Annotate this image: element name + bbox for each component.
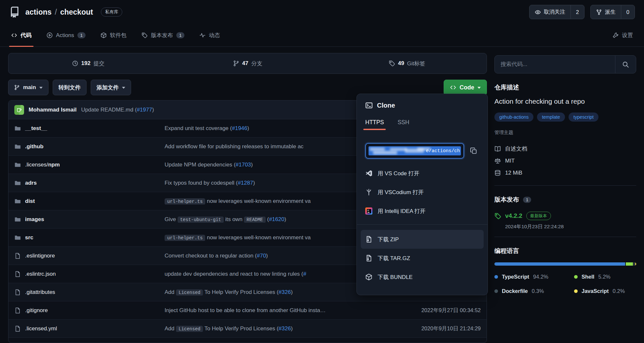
menu-item-用 VS Code 打开[interactable]: 用 VS Code 打开	[361, 164, 484, 183]
topic-template[interactable]: template	[537, 112, 565, 122]
latest-release-badge: 最新版本	[526, 212, 551, 220]
tab-https[interactable]: HTTPS	[365, 119, 384, 130]
pr-link[interactable]: #1620	[269, 216, 284, 222]
pr-link[interactable]: #1703	[235, 162, 251, 168]
commit-pr-link[interactable]: #1977	[137, 107, 152, 113]
tab-软件包[interactable]: 软件包	[99, 24, 128, 46]
topic-github-actions[interactable]: github-actions	[494, 112, 533, 122]
file-icon	[14, 325, 21, 332]
manage-topics-link[interactable]: 管理主题	[494, 129, 636, 136]
menu-item-下载 ZIP[interactable]: 下载 ZIP	[361, 230, 484, 249]
tab-Actions[interactable]: Actions1	[45, 24, 87, 46]
tag-icon	[389, 60, 395, 67]
unwatch-button[interactable]: 取消关注	[530, 5, 570, 19]
avatar[interactable]	[14, 105, 24, 115]
file-name[interactable]: .eslintrc.json	[14, 271, 165, 277]
forks-count[interactable]: 0	[621, 5, 635, 19]
vscodium-icon	[365, 189, 372, 196]
lang-legend-TypeScript[interactable]: TypeScript94.2%	[494, 270, 574, 284]
file-toolbar: main 转到文件 添加文件 Code	[8, 80, 487, 95]
stat-分支[interactable]: 47分支	[168, 53, 327, 73]
language-bar[interactable]	[494, 262, 636, 266]
tab-版本发布[interactable]: 版本发布1	[140, 24, 186, 46]
lang-dot	[574, 289, 578, 293]
file-name[interactable]: .licensed.yml	[14, 325, 165, 332]
repo-name-link[interactable]: checkout	[60, 8, 93, 17]
pr-link[interactable]: #70	[257, 253, 266, 259]
search-button[interactable]	[615, 56, 636, 73]
branch-selector[interactable]: main	[8, 80, 48, 95]
lang-segment-JavaScript	[635, 262, 636, 266]
code-button[interactable]: Code	[444, 80, 487, 95]
clone-url-tail: e/actions/ch	[426, 148, 461, 153]
meta-MIT[interactable]: MIT	[494, 155, 636, 167]
lang-legend-Dockerfile[interactable]: Dockerfile0.3%	[494, 284, 574, 298]
menu-item-下载 BUNDLE[interactable]: 下载 BUNDLE	[361, 268, 484, 286]
pr-link[interactable]: #1946	[232, 125, 247, 131]
stat-提交[interactable]: 192提交	[8, 53, 168, 73]
lang-legend-Shell[interactable]: Shell5.2%	[574, 270, 636, 284]
file-icon	[14, 253, 21, 259]
meta-自述文档[interactable]: 自述文档	[494, 143, 636, 155]
commit-author[interactable]: Mohammad Ismail	[29, 107, 76, 113]
file-name[interactable]: .licenses/npm	[14, 162, 165, 168]
pr-link[interactable]: #326	[278, 325, 291, 332]
clone-url-row: e/actions/ch	[365, 143, 479, 159]
menu-item-用 Intellij IDEA 打开[interactable]: IJ用 Intellij IDEA 打开	[361, 202, 484, 220]
fork-label: 派生	[605, 8, 616, 16]
repo-icon	[9, 7, 20, 18]
lang-legend-JavaScript[interactable]: JavaScript0.2%	[574, 284, 636, 298]
pr-link[interactable]: #1287	[238, 180, 253, 186]
releases-heading-label[interactable]: 版本发布	[494, 195, 519, 204]
file-name[interactable]: .github	[14, 143, 165, 150]
file-name[interactable]: .gitignore	[14, 307, 165, 314]
folder-icon	[14, 180, 21, 186]
divider	[494, 185, 636, 186]
repo-description: Action for checking out a repo	[494, 98, 636, 105]
menu-item-下载 TAR.GZ[interactable]: 下载 TAR.GZ	[361, 249, 484, 268]
file-name[interactable]: src	[14, 234, 165, 241]
breadcrumb-separator: /	[55, 8, 57, 17]
search-input[interactable]	[495, 56, 615, 73]
file-icon	[14, 307, 21, 314]
vscode-icon	[365, 170, 372, 177]
pr-link[interactable]: #	[303, 271, 306, 277]
goto-file-button[interactable]: 转到文件	[53, 80, 87, 95]
tab-ssh[interactable]: SSH	[397, 119, 409, 130]
table-row[interactable]: .licensed.ymlAdd Licensed To Help Verify…	[8, 320, 487, 338]
meta-12 MiB[interactable]: 12 MiB	[494, 167, 636, 179]
fork-button[interactable]: 派生	[591, 5, 621, 19]
tab-settings[interactable]: 设置	[610, 24, 635, 46]
menu-item-用 VSCodium 打开[interactable]: 用 VSCodium 打开	[361, 183, 484, 202]
release-tag-link[interactable]: v4.2.2	[505, 212, 522, 219]
repo-owner-link[interactable]: actions	[25, 8, 52, 17]
clone-url-input[interactable]: e/actions/ch	[365, 143, 464, 159]
tab-动态[interactable]: 动态	[197, 24, 222, 46]
tab-代码[interactable]: 代码	[9, 24, 34, 46]
wrench-icon	[612, 32, 619, 38]
unwatch-label: 取消关注	[544, 8, 565, 16]
branch-icon	[233, 60, 239, 67]
fork-icon	[596, 9, 602, 15]
fork-button-group: 派生 0	[590, 5, 635, 19]
tab-label: 代码	[20, 32, 32, 39]
file-name[interactable]: images	[14, 216, 165, 223]
tag-icon	[141, 32, 148, 38]
stat-Git标签[interactable]: 49Git标签	[327, 53, 487, 73]
watchers-count[interactable]: 2	[570, 5, 584, 19]
folder-icon	[14, 234, 21, 241]
file-name[interactable]: .gitattributes	[14, 289, 165, 296]
add-file-button[interactable]: 添加文件	[91, 80, 131, 95]
file-name[interactable]: dist	[14, 198, 165, 204]
branch-name: main	[23, 84, 36, 91]
settings-label: 设置	[622, 32, 633, 39]
file-name[interactable]: .eslintignore	[14, 253, 165, 259]
pr-link[interactable]: #326	[278, 289, 291, 295]
file-name[interactable]: adrs	[14, 180, 165, 186]
unwatch-button-group: 取消关注 2	[529, 5, 584, 19]
file-name[interactable]: __test__	[14, 125, 165, 132]
topic-typescript[interactable]: typescript	[569, 112, 598, 122]
copy-url-button[interactable]	[468, 145, 479, 156]
code-search	[494, 55, 636, 73]
table-row[interactable]: .gitignoreInject GitHub host to be able …	[8, 301, 487, 320]
